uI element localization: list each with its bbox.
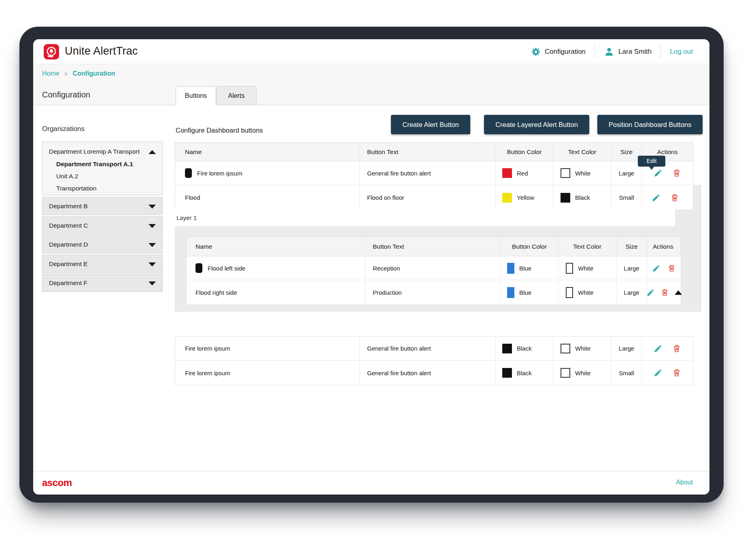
color-label: Blue [519, 265, 531, 272]
edit-icon[interactable] [653, 368, 663, 378]
org-group-department-e[interactable]: Department E [42, 255, 163, 273]
row-name-text: Fire lorem ipsum [197, 170, 242, 177]
edit-tooltip: Edit [638, 156, 665, 167]
org-item[interactable]: Unit A.2 [56, 173, 78, 180]
cell-button-text: Reception [365, 256, 501, 280]
delete-icon[interactable] [672, 344, 682, 353]
layer-label: Layer 1 [176, 214, 197, 221]
cell-size: Large [616, 256, 647, 280]
create-alert-button[interactable]: Create Alert Button [391, 115, 470, 134]
table-row: Fire lorem ipsum General fire button ale… [175, 161, 693, 185]
cell-name: Flood left side [187, 256, 365, 280]
create-layered-alert-button[interactable]: Create Layered Alert Button [484, 115, 589, 134]
col-header-name: Name [187, 237, 365, 256]
expand-arrow-icon[interactable] [149, 243, 156, 247]
delete-icon[interactable] [672, 168, 682, 178]
collapse-row-icon[interactable] [675, 290, 682, 295]
cell-actions [642, 336, 693, 360]
cell-actions [642, 361, 693, 385]
cell-button-text: General fire button alert [360, 361, 496, 385]
edit-icon[interactable] [652, 263, 661, 273]
cell-actions [647, 280, 681, 304]
col-header-size: Size [612, 143, 642, 161]
color-swatch [561, 344, 570, 353]
expand-arrow-icon[interactable] [149, 224, 156, 228]
organizations-heading: Organizations [42, 125, 85, 133]
cell-name: Flood right side [187, 280, 365, 304]
section-title: Configure Dashboard buttons [176, 127, 263, 134]
delete-icon[interactable] [670, 193, 680, 203]
button-preview-icon [195, 263, 202, 273]
layer-band: Layer 1 [175, 209, 675, 226]
org-group-label[interactable]: Department Loremip A Transport [49, 148, 140, 155]
tab-buttons[interactable]: Buttons [176, 86, 216, 106]
org-item[interactable]: Transportation [56, 185, 96, 192]
col-header-button-text: Button Text [360, 143, 496, 161]
top-right-nav: Configuration Lara Smith Log out [531, 39, 693, 64]
cell-text-color: White [553, 361, 612, 385]
expand-arrow-icon[interactable] [149, 262, 156, 266]
page-title: Configuration [42, 90, 90, 99]
color-swatch [507, 287, 514, 298]
logout-link[interactable]: Log out [670, 48, 693, 56]
org-group-department-d[interactable]: Department D [42, 235, 163, 254]
col-header-button-color: Button Color [496, 143, 553, 161]
buttons-table: Name Button Text Button Color Text Color… [175, 142, 693, 210]
color-label: White [575, 345, 590, 352]
more-buttons-table: Fire lorem ipsum General fire button ale… [175, 336, 693, 385]
delete-icon[interactable] [660, 288, 669, 297]
table-row: Flood right side Production Blue White L… [187, 280, 681, 304]
org-group-label: Department E [49, 260, 88, 267]
org-group-department-b[interactable]: Department B [42, 197, 163, 215]
table-row-expanded: Flood Flood on floor Yellow Black Small [175, 185, 693, 210]
table-header-row: Name Button Text Button Color Text Color… [187, 237, 681, 256]
color-label: Black [575, 194, 590, 201]
edit-icon[interactable] [646, 288, 655, 297]
color-label: Black [517, 370, 532, 376]
table-row: Fire lorem ipsum General fire button ale… [175, 361, 693, 385]
breadcrumb-separator: > [64, 70, 68, 77]
nav-configuration-label: Configuration [545, 48, 586, 56]
app-screen: Unite AlertTrac [33, 39, 709, 495]
expand-arrow-icon[interactable] [149, 205, 156, 209]
tab-alerts[interactable]: Alerts [216, 86, 257, 105]
cell-name: Flood [175, 185, 360, 210]
collapse-arrow-icon[interactable] [149, 150, 156, 154]
org-item-selected[interactable]: Department Transport A.1 [56, 161, 133, 168]
cell-size: Small [612, 361, 642, 385]
top-bar: Unite AlertTrac [33, 39, 709, 64]
org-group-department-c[interactable]: Department C [42, 216, 163, 235]
cell-name: Fire lorem ipsum [175, 336, 360, 360]
color-swatch [561, 368, 570, 378]
edit-icon[interactable] [651, 193, 661, 203]
about-link[interactable]: About [676, 479, 693, 486]
org-group-expanded: Department Loremip A Transport Departmen… [42, 142, 163, 195]
cell-size: Small [612, 185, 642, 210]
cell-text-color: White [553, 161, 612, 185]
nav-configuration[interactable]: Configuration [531, 47, 586, 57]
breadcrumb-current: Configuration [72, 70, 115, 77]
cell-button-text: Production [365, 280, 501, 304]
delete-icon[interactable] [672, 368, 682, 378]
delete-icon[interactable] [667, 263, 677, 273]
edit-icon[interactable] [653, 168, 663, 178]
app-logo-icon [44, 44, 59, 59]
color-swatch [502, 168, 512, 178]
col-header-button-text: Button Text [365, 237, 501, 256]
col-header-text-color: Text Color [559, 237, 616, 256]
breadcrumb-home-link[interactable]: Home [42, 70, 59, 77]
user-icon [604, 47, 614, 57]
color-label: Black [517, 345, 532, 352]
org-group-label: Department B [49, 203, 88, 209]
breadcrumb: Home > Configuration [42, 70, 115, 77]
org-group-department-f[interactable]: Department F [42, 274, 163, 292]
edit-icon[interactable] [653, 344, 663, 353]
tablet-frame: Unite AlertTrac [19, 27, 724, 503]
ascom-logo: ascom [42, 477, 72, 488]
expand-arrow-icon[interactable] [149, 281, 156, 285]
col-header-actions: Actions [647, 237, 681, 256]
position-dashboard-buttons-button[interactable]: Position Dashboard Buttons [597, 115, 703, 134]
cell-button-text: General fire button alert [360, 161, 496, 185]
color-label: Blue [519, 289, 531, 296]
user-menu[interactable]: Lara Smith [604, 47, 652, 57]
